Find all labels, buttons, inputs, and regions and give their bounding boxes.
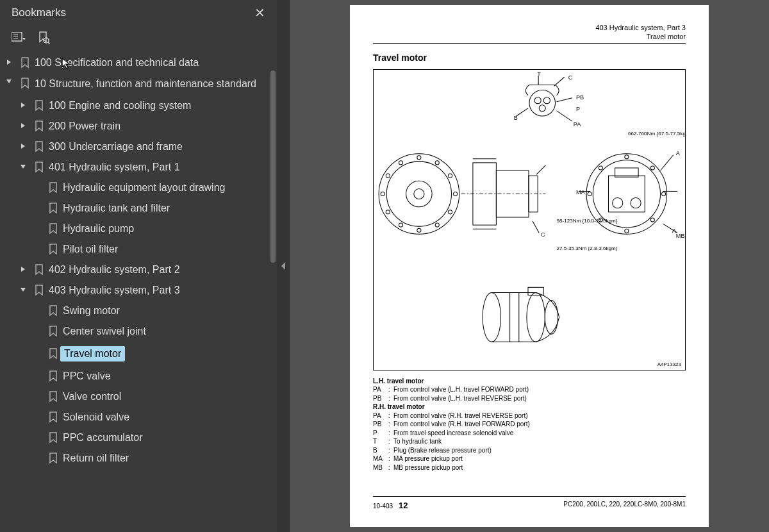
find-bookmark-icon[interactable]	[37, 31, 51, 45]
options-icon[interactable]	[12, 31, 26, 45]
legend-row: MA:MA pressure pickup port	[373, 454, 686, 463]
svg-text:MA: MA	[576, 188, 586, 195]
chevron-right-icon[interactable]	[14, 122, 32, 131]
bookmark-item[interactable]: Solenoid valve	[0, 407, 274, 428]
legend-code: PB	[373, 394, 388, 403]
bookmark-item[interactable]: PPC valve	[0, 366, 274, 387]
chevron-down-icon[interactable]	[0, 78, 18, 87]
svg-rect-84	[528, 287, 543, 295]
legend-code: PB	[373, 420, 388, 429]
panel-title: Bookmarks	[12, 6, 66, 19]
svg-marker-11	[21, 144, 25, 149]
chevron-right-icon[interactable]	[14, 101, 32, 110]
bookmark-item[interactable]: 100 Engine and cooling system	[0, 96, 274, 116]
document-viewport[interactable]: 403 Hydraulic system, Part 3 Travel moto…	[290, 0, 769, 532]
bookmark-item[interactable]: 100 Specification and technical data	[0, 53, 274, 73]
svg-point-38	[454, 192, 458, 195]
svg-text:P: P	[576, 105, 580, 112]
bookmark-label: 100 Engine and cooling system	[46, 100, 196, 112]
close-icon[interactable]: ✕	[254, 5, 265, 21]
bookmark-item[interactable]: Hydraulic equipment layout drawing	[0, 178, 274, 198]
page-header: 403 Hydraulic system, Part 3 Travel moto…	[373, 23, 686, 44]
svg-point-65	[650, 218, 654, 222]
cursor-icon	[62, 58, 73, 69]
bookmark-item[interactable]: Return oil filter	[0, 448, 274, 469]
bookmark-item[interactable]: 402 Hydraulic system, Part 2	[0, 260, 274, 280]
bookmark-label: 300 Undercarriage and frame	[46, 141, 188, 153]
legend-text: From control valve (R.H. travel FORWARD …	[393, 420, 530, 429]
bookmark-tree[interactable]: 100 Specification and technical data10 S…	[0, 53, 277, 532]
bookmark-item[interactable]: 300 Undercarriage and frame	[0, 137, 274, 157]
bookmark-icon	[46, 432, 60, 444]
svg-marker-8	[6, 79, 12, 83]
legend-text: To hydraulic tank	[393, 437, 442, 446]
svg-text:B: B	[514, 115, 518, 121]
bookmark-item[interactable]: Valve control	[0, 387, 274, 407]
chevron-down-icon[interactable]	[14, 163, 32, 172]
bookmark-item[interactable]: PPC accumulator	[0, 428, 274, 448]
bookmark-item[interactable]: Hydraulic pump	[0, 219, 274, 239]
bookmark-item[interactable]: 10 Structure, function and maintenance s…	[0, 73, 274, 96]
chevron-right-icon[interactable]	[0, 58, 18, 67]
bookmark-label: PPC valve	[60, 370, 116, 382]
legend-text: Plug (Brake release pressure port)	[393, 446, 492, 455]
collapse-handle[interactable]	[277, 0, 290, 532]
bookmark-item[interactable]: 403 Hydraulic system, Part 3	[0, 280, 274, 301]
bookmark-icon	[18, 78, 32, 89]
bookmark-icon	[32, 121, 46, 132]
svg-point-63	[650, 166, 654, 170]
bookmark-item[interactable]: Center swivel joint	[0, 321, 274, 342]
legend-row: PB:From control valve (L.H. travel REVER…	[373, 394, 686, 403]
bookmark-item[interactable]: Hydraulic tank and filter	[0, 198, 274, 219]
bookmark-label: Pilot oil filter	[60, 244, 123, 255]
legend-row: T:To hydraulic tank	[373, 437, 686, 446]
svg-point-32	[386, 161, 451, 226]
pdf-page: 403 Hydraulic system, Part 3 Travel moto…	[350, 5, 709, 527]
bookmark-label: Valve control	[60, 391, 126, 403]
bookmark-item[interactable]: Pilot oil filter	[0, 239, 274, 260]
legend-code: T	[373, 437, 388, 446]
svg-line-53	[536, 165, 545, 174]
svg-point-64	[662, 192, 666, 195]
svg-point-31	[379, 153, 459, 234]
port-legend: L.H. travel motor PA:From control valve …	[373, 377, 686, 472]
svg-point-17	[534, 97, 541, 103]
diagram-id: A4P13323	[657, 362, 681, 367]
svg-marker-10	[21, 123, 25, 128]
svg-text:T: T	[537, 71, 541, 77]
bookmark-label: Hydraulic equipment layout drawing	[60, 182, 230, 194]
svg-text:27.5-35.3Nm {2.8-3.6kgm}: 27.5-35.3Nm {2.8-3.6kgm}	[557, 245, 618, 251]
svg-point-82	[527, 292, 545, 342]
svg-point-36	[435, 160, 439, 164]
bookmark-item[interactable]: Swing motor	[0, 301, 274, 321]
panel-header: Bookmarks ✕	[0, 0, 277, 27]
footer-models: PC200, 200LC, 220, 220LC-8M0, 200-8M1	[563, 501, 686, 510]
chevron-down-icon[interactable]	[14, 286, 32, 295]
svg-point-35	[417, 155, 421, 159]
bookmark-icon	[32, 100, 46, 112]
svg-line-20	[517, 108, 528, 115]
bookmark-label: 401 Hydraulic system, Part 1	[46, 162, 185, 173]
legend-row: PA:From control valve (R.H. travel REVER…	[373, 411, 686, 420]
chevron-right-icon[interactable]	[14, 142, 32, 151]
bookmark-item[interactable]: 200 Power train	[0, 116, 274, 137]
chevron-right-icon[interactable]	[14, 265, 32, 274]
bookmark-icon	[46, 223, 60, 235]
legend-code: PA	[373, 385, 388, 394]
legend-code: MA	[373, 454, 388, 463]
svg-point-60	[613, 197, 623, 208]
bookmark-label: 403 Hydraulic system, Part 3	[46, 285, 185, 296]
svg-point-34	[414, 188, 424, 199]
bookmarks-toolbar	[0, 27, 277, 53]
svg-marker-13	[21, 267, 25, 272]
bookmark-item[interactable]: 401 Hydraulic system, Part 1	[0, 157, 274, 178]
svg-marker-12	[21, 165, 26, 169]
scrollbar[interactable]	[270, 71, 276, 263]
bookmark-item[interactable]: Travel motor	[0, 342, 274, 366]
bookmark-label: 402 Hydraulic system, Part 2	[46, 264, 185, 276]
legend-code: MB	[373, 463, 388, 472]
svg-point-66	[625, 229, 629, 233]
bookmark-icon	[46, 326, 60, 337]
header-topic: Travel motor	[373, 32, 686, 41]
svg-marker-14	[21, 288, 26, 292]
